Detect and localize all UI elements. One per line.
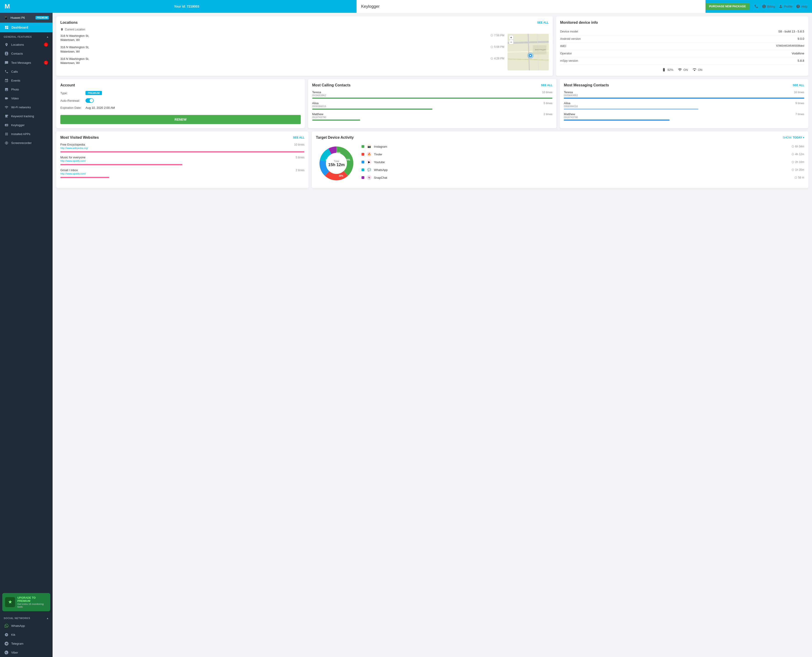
calling-contacts-card: Most Calling Contacts SEE ALL Teresa 093… [308,79,557,128]
account-renewal-row: Auto-Renewal: [60,98,301,103]
device-icon: 📱 [4,16,8,20]
device-status: 92% ON ON [560,68,804,72]
renew-button[interactable]: RENEW [60,115,301,124]
signal-status: ON [692,68,703,72]
list-item: Free Encyclopedia http://www.wikipedia.o… [60,143,305,153]
websites-card: Most Visited Websites SEE ALL Free Encyc… [56,131,308,188]
whatsapp-app-name: WhatsApp [374,168,387,171]
sidebar-item-keyword[interactable]: Keyword tracking [0,112,53,121]
list-item: Matthew 0918743790 7 times [564,112,804,121]
activity-title: Target Device Activity [316,135,353,140]
website-name: Music for everyone [60,156,86,159]
profile-nav[interactable]: Profile [779,4,792,8]
messaging-contacts-card: Most Messaging Contacts SEE ALL Teresa 0… [560,79,808,128]
operator-row: Operator Vodafone [560,50,804,57]
signal-icon [692,68,697,72]
clock-icon [490,34,493,37]
map-zoom-in[interactable]: + [509,35,513,40]
sidebar-item-events[interactable]: Events [0,76,53,85]
websites-see-all[interactable]: SEE ALL [293,136,305,139]
events-icon [5,79,8,83]
keyword-icon [5,114,8,118]
legend-left: ▶ Youtube [362,159,385,165]
auto-renewal-toggle[interactable] [86,98,94,103]
clock-icon [792,160,794,163]
instagram-name: Instagram [374,145,387,148]
sidebar-item-keylogger[interactable]: Keylogger [0,121,53,129]
android-value: 9.0.0 [798,37,804,40]
contact-header: Alisa 0958366016 9 times [564,101,804,107]
sidebar-item-telegram[interactable]: Telegram [0,639,53,648]
pin-icon [60,28,64,31]
upgrade-box[interactable]: ★ UPGRADE TO PREMIUM Get extra 16 monito… [2,593,50,611]
apps-icon [5,132,8,136]
clock-icon [794,176,797,179]
snapchat-time: 56 m [794,176,804,179]
location-icon [5,43,8,47]
account-expiry-row: Expiration Date: Aug 10, 2020 2:00 AM [60,106,301,109]
sidebar-item-locations[interactable]: Locations 1 [0,40,53,49]
header-nav: Billing Profile Help [754,4,807,8]
sidebar-item-viber[interactable]: Viber [0,648,53,657]
sidebar-item-kik[interactable]: Kik [0,630,53,639]
sidebar-item-text-messages[interactable]: Text Messages 1 [0,58,53,67]
billing-label: Billing [767,5,775,8]
locations-see-all[interactable]: SEE ALL [537,21,549,24]
website-header-row: Music for everyone http://www.spotify.co… [60,156,305,163]
wifi-icon [5,105,8,109]
contact-header: Alisa 0958366016 5 times [312,101,552,107]
profile-label: Profile [784,5,792,8]
video-icon [5,97,8,100]
photo-label: Photo [11,88,19,91]
activity-show[interactable]: SHOW: TODAY ▾ [783,136,804,139]
snapchat-name: SnapChat [374,176,387,179]
contact-bar [312,98,552,99]
website-name: Gmail I Inbox [60,168,86,172]
youtube-dot [362,160,364,163]
contact-times: 9 times [795,102,804,105]
row-3: Most Visited Websites SEE ALL Free Encyc… [56,131,808,188]
page-title: Keylogger [356,0,706,13]
sidebar-item-video[interactable]: Video [0,94,53,103]
svg-text:ВНОГРАДАР: ВНОГРАДАР [535,49,546,51]
website-times: 10 times [294,143,305,146]
wifi-status-value: ON [683,68,688,72]
account-type-row: Type: PREMIUM [60,91,301,95]
dashboard-nav[interactable]: Dashboard [0,23,53,32]
whatsapp-app-icon: 💬 [367,167,372,172]
map-zoom-out[interactable]: − [509,40,513,44]
billing-nav[interactable]: Billing [762,4,775,8]
sidebar-item-photo[interactable]: Photo [0,85,53,94]
legend-left: 💬 WhatsApp [362,167,387,172]
logo: M [5,3,10,10]
messaging-contacts-title: Most Messaging Contacts [564,83,609,87]
wifi-status-icon [678,68,682,72]
contacts-icon [5,51,8,56]
battery-icon [662,68,666,72]
location-time: 5:08 PM [490,45,504,48]
sidebar-item-screenrecorder[interactable]: Screenrecorder [0,139,53,147]
contact-name: Matthew [312,112,326,116]
list-item: Matthew 0918743790 2 times [312,112,552,121]
imei-label: IMEI [560,44,566,48]
sidebar-item-wifi[interactable]: Wi-Fi networks [0,103,53,112]
locations-card: Locations SEE ALL Current Location 316 N… [56,16,553,76]
purchase-button[interactable]: PURCHASE NEW PACKAGE [706,3,750,10]
tinder-icon: 🔥 [367,152,372,157]
messaging-see-all[interactable]: SEE ALL [793,84,804,87]
help-nav[interactable]: Help [796,4,807,8]
map-view: ВНОГРАДАР + − [507,34,549,70]
device-model-label: Device model [560,30,578,33]
device-model-row: Device model S8 - build 13 - 5.8.5 [560,28,804,35]
sidebar-item-installed-apps[interactable]: Installed APPs [0,129,53,139]
calling-see-all[interactable]: SEE ALL [541,84,552,87]
sidebar-item-calls[interactable]: Calls [0,67,53,76]
wifi-status: ON [678,68,688,72]
contact-bar [564,109,698,110]
mspy-label: mSpy version [560,59,578,62]
phone-nav[interactable] [754,4,758,8]
sidebar-item-whatsapp[interactable]: WhatsApp [0,621,53,630]
website-name: Free Encyclopedia [60,143,88,146]
legend-left: 🔥 Tinder [362,152,382,157]
sidebar-item-contacts[interactable]: Contacts [0,49,53,58]
